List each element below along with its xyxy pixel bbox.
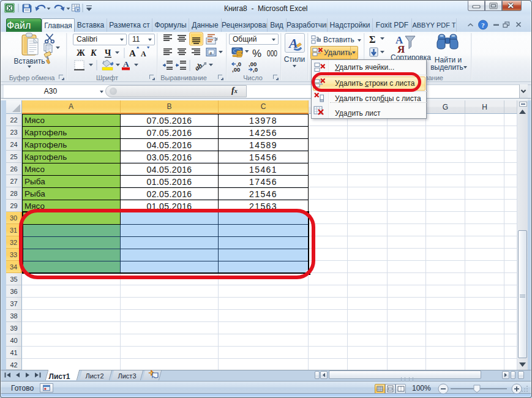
svg-text:Ж: Ж	[77, 48, 85, 58]
svg-text:Я: Я	[397, 43, 405, 55]
svg-text:A: A	[288, 36, 298, 51]
svg-text:A: A	[129, 48, 136, 58]
svg-text:,00: ,00	[232, 66, 240, 73]
svg-text:a: a	[210, 50, 212, 56]
svg-text:?: ?	[481, 21, 485, 29]
svg-text:Ч: Ч	[105, 48, 111, 58]
svg-text:,0: ,0	[253, 66, 258, 73]
svg-text:К: К	[90, 48, 97, 58]
svg-text:%: %	[252, 48, 261, 59]
svg-text:A: A	[141, 50, 146, 58]
svg-text:000: 000	[267, 47, 277, 58]
svg-text:А: А	[123, 59, 129, 69]
svg-text:Σ: Σ	[369, 34, 375, 45]
